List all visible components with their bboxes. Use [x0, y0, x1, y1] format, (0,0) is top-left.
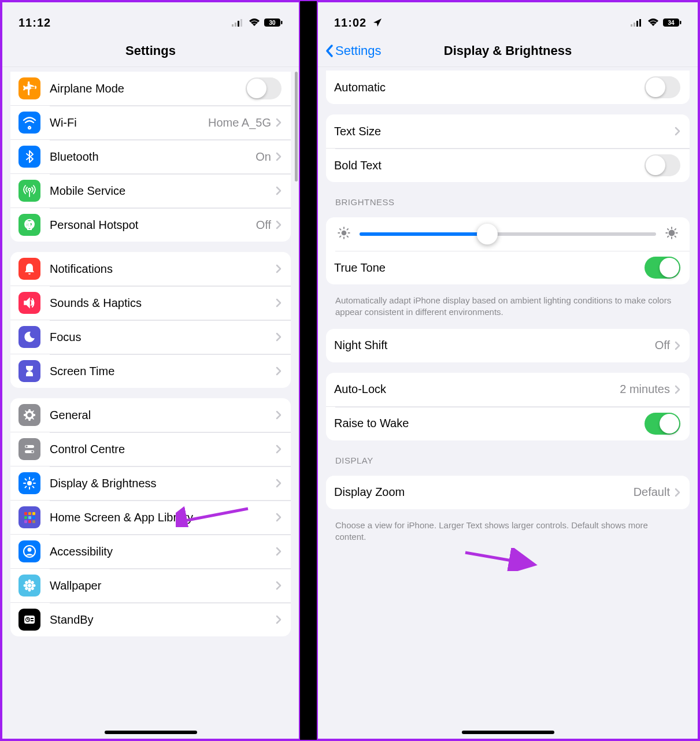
phone-left-settings: 11:12 30 Settings Airplane ModeWi-FiHome…	[1, 1, 300, 740]
chevron-right-icon	[276, 118, 282, 127]
svg-text:30: 30	[269, 20, 276, 26]
row-label: Focus	[50, 331, 276, 344]
settings-row-bold-text[interactable]: Bold Text	[326, 148, 690, 182]
settings-row-notifications[interactable]: Notifications	[10, 252, 291, 286]
grid-icon	[18, 506, 40, 528]
status-icons: 30	[232, 18, 283, 27]
back-button[interactable]: Settings	[325, 43, 382, 58]
row-value: Default	[634, 486, 670, 499]
settings-row-general[interactable]: General	[10, 398, 291, 432]
svg-rect-29	[24, 520, 27, 523]
svg-rect-31	[32, 520, 35, 523]
row-label: Accessibility	[50, 545, 276, 558]
settings-group: Airplane ModeWi-FiHome A_5GBluetoothOnMo…	[10, 72, 291, 242]
toggle-switch[interactable]	[645, 76, 680, 98]
settings-row-true-tone[interactable]: True Tone	[326, 251, 690, 284]
settings-row-standby[interactable]: StandBy	[10, 602, 291, 636]
settings-row-accessibility[interactable]: Accessibility	[10, 534, 291, 568]
chevron-right-icon	[276, 186, 282, 195]
settings-group: GeneralControl CentreDisplay & Brightnes…	[10, 398, 291, 636]
row-label: Notifications	[50, 262, 276, 276]
settings-row-wallpaper[interactable]: Wallpaper	[10, 568, 291, 602]
settings-row-display-zoom[interactable]: Display ZoomDefault	[326, 476, 690, 509]
svg-line-60	[340, 229, 341, 230]
svg-text:34: 34	[668, 20, 675, 26]
antenna-icon	[18, 180, 40, 202]
toggle-switch[interactable]	[645, 413, 680, 435]
svg-point-33	[28, 548, 32, 552]
row-label: Mobile Service	[50, 184, 276, 198]
settings-row-text-size[interactable]: Text Size	[326, 114, 690, 148]
svg-rect-49	[634, 23, 635, 27]
display-brightness-list[interactable]: AutomaticText SizeBold TextBRIGHTNESSTru…	[318, 67, 698, 739]
toggle-switch[interactable]	[246, 77, 282, 99]
toggle-switch[interactable]	[645, 257, 680, 279]
chevron-right-icon	[276, 220, 282, 229]
settings-row-night-shift[interactable]: Night ShiftOff	[326, 329, 690, 362]
svg-point-37	[24, 584, 28, 587]
svg-point-11	[25, 446, 28, 448]
settings-row-home-screen-app-library[interactable]: Home Screen & App Library	[10, 500, 291, 534]
chevron-right-icon	[276, 479, 282, 488]
chevron-right-icon	[276, 615, 282, 624]
chevron-right-icon	[276, 581, 282, 590]
hotspot-icon	[18, 214, 40, 236]
svg-point-55	[342, 231, 347, 236]
settings-row-mobile-service[interactable]: Mobile Service	[10, 173, 291, 208]
brightness-slider[interactable]	[326, 217, 690, 251]
page-title: Settings	[125, 43, 176, 58]
settings-row-wi-fi[interactable]: Wi-FiHome A_5G	[10, 105, 291, 139]
person-icon	[18, 540, 40, 562]
svg-point-38	[32, 584, 36, 587]
row-label: Auto-Lock	[334, 383, 620, 396]
chevron-left-icon	[325, 44, 334, 58]
settings-row-screen-time[interactable]: Screen Time	[10, 354, 291, 388]
sun-large-icon	[664, 225, 679, 243]
svg-rect-28	[32, 516, 35, 519]
signal-icon	[232, 18, 245, 27]
row-label: Automatic	[334, 81, 645, 94]
gear-icon	[18, 404, 40, 426]
svg-line-22	[33, 479, 34, 480]
settings-group: Auto-Lock2 minutesRaise to Wake	[326, 373, 690, 440]
settings-row-airplane-mode[interactable]: Airplane Mode	[10, 72, 291, 105]
wifi-icon	[248, 18, 261, 27]
svg-line-70	[675, 236, 676, 237]
settings-row-auto-lock[interactable]: Auto-Lock2 minutes	[326, 373, 690, 406]
settings-row-sounds-haptics[interactable]: Sounds & Haptics	[10, 286, 291, 320]
toggle-switch[interactable]	[645, 154, 680, 176]
settings-row-bluetooth[interactable]: BluetoothOn	[10, 139, 291, 173]
svg-point-35	[28, 580, 31, 584]
svg-rect-23	[24, 512, 27, 515]
home-indicator[interactable]	[462, 731, 554, 734]
screenshot-divider	[300, 1, 317, 740]
svg-rect-50	[636, 21, 638, 27]
row-label: Wi-Fi	[50, 116, 208, 129]
row-label: Control Centre	[50, 443, 276, 456]
home-indicator[interactable]	[105, 731, 197, 734]
chevron-right-icon	[276, 547, 282, 556]
settings-row-display-brightness[interactable]: Display & Brightness	[10, 466, 291, 500]
settings-row-personal-hotspot[interactable]: Personal HotspotOff	[10, 208, 291, 242]
status-time: 11:02	[334, 16, 382, 29]
svg-rect-26	[24, 516, 27, 519]
airplane-icon	[18, 77, 40, 99]
svg-line-73	[465, 553, 532, 564]
phone-right-display-brightness: 11:02 34 Settings Display & Brightness A…	[317, 1, 699, 740]
settings-row-control-centre[interactable]: Control Centre	[10, 432, 291, 466]
settings-row-focus[interactable]: Focus	[10, 320, 291, 354]
chevron-right-icon	[276, 332, 282, 342]
settings-row-raise-to-wake[interactable]: Raise to Wake	[326, 406, 690, 440]
settings-row-automatic[interactable]: Automatic	[326, 71, 690, 104]
row-label: General	[50, 409, 276, 422]
svg-point-64	[669, 230, 675, 236]
battery-icon: 34	[663, 18, 682, 27]
settings-list[interactable]: Airplane ModeWi-FiHome A_5GBluetoothOnMo…	[2, 67, 299, 739]
row-value: Off	[655, 339, 670, 352]
status-bar: 11:02 34	[318, 2, 698, 35]
svg-line-63	[347, 229, 348, 230]
row-label: Personal Hotspot	[50, 218, 256, 232]
svg-rect-46	[31, 620, 34, 621]
row-label: Wallpaper	[50, 579, 276, 592]
row-label: Display Zoom	[334, 486, 634, 499]
